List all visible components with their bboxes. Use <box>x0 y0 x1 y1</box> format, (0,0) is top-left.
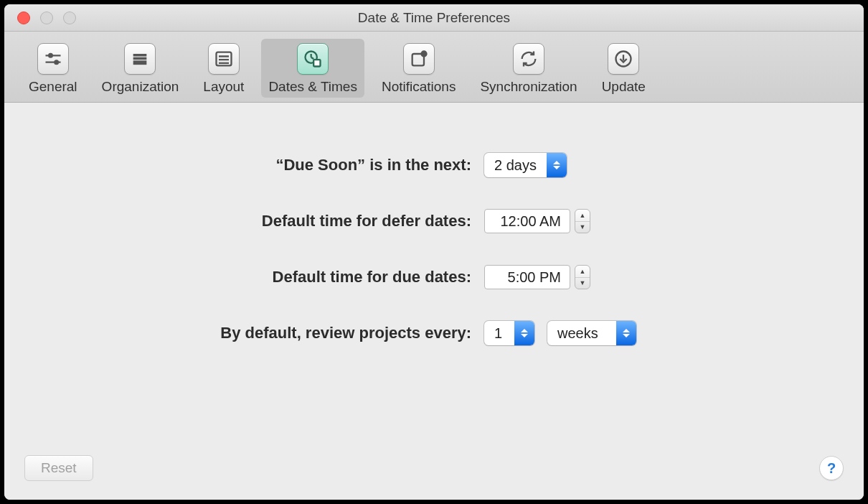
due-time-value: 5:00 PM <box>484 265 570 289</box>
notification-icon <box>403 43 435 75</box>
tab-label: Dates & Times <box>268 79 357 95</box>
tab-dates-times[interactable]: Dates & Times <box>261 39 364 98</box>
tab-label: Notifications <box>382 79 456 95</box>
row-defer-time: Default time for defer dates: 12:00 AM ▲… <box>154 209 714 233</box>
zoom-button[interactable] <box>63 11 76 24</box>
svg-point-16 <box>421 52 426 57</box>
tab-label: General <box>29 79 77 95</box>
preferences-toolbar: General Organization Layout <box>4 32 864 103</box>
close-button[interactable] <box>17 11 30 24</box>
titlebar: Date & Time Preferences <box>4 4 864 32</box>
tab-layout[interactable]: Layout <box>196 39 251 98</box>
tab-synchronization[interactable]: Synchronization <box>473 39 584 98</box>
traffic-lights <box>4 11 76 24</box>
footer: Reset ? <box>4 441 864 500</box>
chevron-up-down-icon <box>514 321 534 345</box>
review-count-value: 1 <box>484 321 514 345</box>
preferences-window: Date & Time Preferences General Organiza… <box>4 4 864 500</box>
review-unit-value: weeks <box>547 321 616 345</box>
stepper-up-icon[interactable]: ▲ <box>575 210 590 222</box>
chevron-up-down-icon <box>547 153 567 177</box>
stepper-up-icon[interactable]: ▲ <box>575 266 590 278</box>
tab-label: Update <box>602 79 646 95</box>
minimize-button[interactable] <box>40 11 53 24</box>
tab-label: Synchronization <box>480 79 577 95</box>
defer-time-field[interactable]: 12:00 AM ▲ ▼ <box>484 209 590 233</box>
sliders-icon <box>37 43 69 75</box>
due-soon-label: “Due Soon” is in the next: <box>154 156 484 174</box>
tab-label: Layout <box>203 79 244 95</box>
row-due-soon: “Due Soon” is in the next: 2 days <box>154 153 714 177</box>
due-time-field[interactable]: 5:00 PM ▲ ▼ <box>484 265 590 289</box>
content-pane: “Due Soon” is in the next: 2 days Defaul… <box>4 103 864 500</box>
dates-times-form: “Due Soon” is in the next: 2 days Defaul… <box>154 153 714 377</box>
svg-point-3 <box>55 60 58 64</box>
clock-calendar-icon <box>297 43 329 75</box>
list-icon <box>208 43 240 75</box>
due-soon-popup[interactable]: 2 days <box>484 153 567 177</box>
review-unit-popup[interactable]: weeks <box>547 321 636 345</box>
svg-point-1 <box>49 54 52 57</box>
stepper-down-icon[interactable]: ▼ <box>575 278 590 289</box>
review-count-popup[interactable]: 1 <box>484 321 534 345</box>
svg-rect-14 <box>313 60 320 66</box>
help-button[interactable]: ? <box>819 456 844 480</box>
defer-time-label: Default time for defer dates: <box>154 212 484 230</box>
tab-general[interactable]: General <box>22 39 85 98</box>
row-review: By default, review projects every: 1 wee… <box>154 321 714 345</box>
reset-button[interactable]: Reset <box>24 455 93 481</box>
svg-rect-5 <box>133 57 147 60</box>
tab-label: Organization <box>102 79 179 95</box>
row-due-time: Default time for due dates: 5:00 PM ▲ ▼ <box>154 265 714 289</box>
stepper-down-icon[interactable]: ▼ <box>575 222 590 233</box>
tab-organization[interactable]: Organization <box>95 39 187 98</box>
defer-time-value: 12:00 AM <box>484 209 570 233</box>
svg-rect-6 <box>133 60 147 65</box>
window-title: Date & Time Preferences <box>4 10 864 26</box>
defer-time-stepper[interactable]: ▲ ▼ <box>575 209 590 233</box>
folders-icon <box>124 43 156 75</box>
svg-rect-4 <box>133 54 147 57</box>
due-time-label: Default time for due dates: <box>154 268 484 286</box>
due-time-stepper[interactable]: ▲ ▼ <box>575 265 590 289</box>
review-label: By default, review projects every: <box>154 324 484 342</box>
chevron-up-down-icon <box>616 321 636 345</box>
tab-update[interactable]: Update <box>595 39 653 98</box>
due-soon-value: 2 days <box>484 153 547 177</box>
sync-icon <box>513 43 544 75</box>
svg-line-13 <box>311 57 314 59</box>
tab-notifications[interactable]: Notifications <box>374 39 463 98</box>
download-icon <box>608 43 639 75</box>
